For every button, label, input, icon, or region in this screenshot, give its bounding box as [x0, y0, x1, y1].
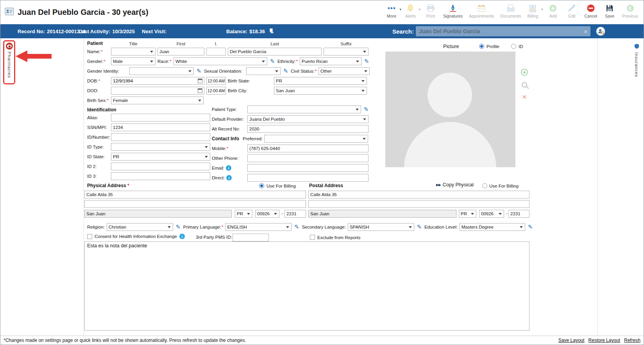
gender-identity-select[interactable]	[129, 67, 194, 75]
statement-icon[interactable]	[268, 28, 275, 35]
ssn-input[interactable]	[111, 123, 210, 131]
refresh-link[interactable]: Refresh	[624, 338, 640, 343]
copy-physical-button[interactable]: ▶▶ Copy Physical	[436, 182, 474, 188]
zoom-photo-icon[interactable]	[522, 82, 527, 88]
birth-sex-select[interactable]: Female	[111, 97, 204, 104]
save-layout-link[interactable]: Save Layout	[558, 338, 585, 343]
add-photo-icon[interactable]: +	[521, 69, 528, 76]
physical-city-input[interactable]	[84, 210, 232, 218]
first-name-input[interactable]	[157, 48, 204, 55]
postal-city-input[interactable]	[308, 210, 456, 218]
edit-race-icon[interactable]: ✎	[269, 58, 275, 65]
dod-time-input[interactable]	[206, 87, 226, 95]
secondary-language-select[interactable]: SPANISH	[348, 223, 414, 231]
id-type-select[interactable]	[111, 143, 210, 151]
last-name-input[interactable]	[228, 48, 322, 55]
race-select[interactable]: White	[174, 57, 267, 65]
edit-gender-identity-icon[interactable]: ✎	[196, 68, 202, 75]
education-level-select[interactable]: Masters Degree	[460, 223, 525, 231]
last-activity-value: 10/3/2025	[112, 29, 135, 34]
billing-button[interactable]: ▾ Billing	[526, 3, 542, 18]
edit-patient-type-icon[interactable]: ✎	[363, 106, 369, 113]
other-phone-input[interactable]	[247, 154, 369, 162]
bell-icon	[406, 3, 415, 14]
postal-address-line1-input[interactable]	[308, 191, 530, 198]
add-button[interactable]: Add	[545, 3, 561, 18]
default-provider-select[interactable]: Juana Del Pueblo	[247, 115, 369, 123]
direct-info-icon[interactable]	[226, 175, 232, 181]
physical-use-for-billing-radio[interactable]	[259, 183, 264, 188]
dob-input[interactable]: 12/9/1994	[111, 77, 204, 85]
physical-state-select[interactable]: PR	[235, 210, 252, 218]
id-number-input[interactable]	[111, 133, 210, 141]
physical-zip4-input[interactable]	[284, 210, 306, 218]
edit-religion-icon[interactable]: ✎	[175, 223, 181, 231]
more-button[interactable]: ▾ More	[385, 3, 401, 18]
calendar-icon[interactable]	[198, 88, 202, 93]
calendar-icon[interactable]	[198, 79, 202, 83]
middle-initial-input[interactable]	[206, 48, 226, 55]
alerts-button[interactable]: ▾ Alerts	[404, 3, 420, 18]
suffix-select[interactable]	[324, 48, 369, 55]
physical-address-line1-input[interactable]	[84, 191, 306, 198]
restore-layout-link[interactable]: Restore Layout	[589, 338, 620, 343]
pms-id-input[interactable]	[233, 234, 269, 241]
mobile-input[interactable]	[247, 145, 369, 152]
email-input[interactable]	[247, 164, 369, 172]
previous-button[interactable]: Previous	[621, 3, 640, 18]
delete-photo-icon[interactable]: ✕	[522, 94, 527, 100]
picture-id-radio[interactable]	[511, 44, 516, 49]
appointments-button[interactable]: Appointments	[467, 3, 496, 18]
primary-language-select[interactable]: ENGLISH	[225, 223, 292, 231]
postal-address-line2-input[interactable]	[308, 200, 530, 208]
id-state-select[interactable]: PR	[111, 153, 210, 161]
birth-state-select[interactable]: PR	[274, 77, 367, 85]
consent-info-icon[interactable]	[179, 234, 185, 239]
preferred-select[interactable]	[264, 135, 368, 143]
alt-record-input[interactable]	[247, 125, 369, 133]
print-button[interactable]: Print	[423, 3, 438, 18]
exclude-reports-checkbox[interactable]	[310, 235, 315, 240]
postal-state-select[interactable]: PR	[459, 210, 476, 218]
consent-checkbox[interactable]	[87, 234, 92, 239]
dod-input[interactable]	[111, 87, 204, 95]
search-input[interactable]: Juan Del Pueblo Garcia ×	[416, 26, 590, 36]
clear-search-icon[interactable]: ×	[584, 29, 587, 34]
postal-use-for-billing-radio[interactable]	[482, 183, 487, 188]
patient-notes-textarea[interactable]: Esta es la nota del paciente	[84, 241, 530, 331]
physical-address-line2-input[interactable]	[84, 200, 306, 208]
religion-select[interactable]: Christian	[107, 223, 173, 231]
edit-button[interactable]: Edit	[564, 3, 580, 18]
cancel-button[interactable]: Cancel	[583, 3, 599, 18]
direct-input[interactable]	[247, 174, 369, 182]
civil-status-select[interactable]: Other	[318, 67, 370, 75]
postal-zip-select[interactable]: 00926	[479, 210, 504, 218]
patient-type-select[interactable]	[247, 105, 361, 113]
picture-profile-label: Profile	[487, 44, 499, 49]
gender-select[interactable]: Male	[111, 57, 156, 65]
signatures-button[interactable]: Signatures	[442, 3, 464, 18]
eye-icon[interactable]	[6, 43, 13, 50]
id2-input[interactable]	[111, 163, 210, 170]
dob-time-input[interactable]	[206, 77, 226, 85]
pharmacies-tab[interactable]: Pharmacies	[5, 43, 14, 78]
edit-ethnicity-icon[interactable]: ✎	[363, 58, 370, 65]
email-info-icon[interactable]	[226, 165, 231, 171]
documents-button[interactable]: Documents	[499, 3, 522, 18]
birth-city-select[interactable]: San Juan	[274, 87, 367, 95]
picture-profile-radio[interactable]	[479, 44, 484, 49]
edit-primary-language-icon[interactable]: ✎	[293, 223, 300, 231]
insurances-tab[interactable]: Insurances	[632, 43, 641, 77]
postal-zip4-input[interactable]	[508, 210, 530, 218]
alias-input[interactable]	[111, 114, 210, 122]
save-button[interactable]: Save	[602, 3, 617, 18]
name-title-select[interactable]	[111, 48, 156, 55]
edit-education-level-icon[interactable]: ✎	[527, 223, 533, 231]
physical-zip-select[interactable]: 00926	[255, 210, 279, 218]
edit-secondary-language-icon[interactable]: ✎	[416, 223, 422, 231]
edit-sexual-orientation-icon[interactable]: ✎	[283, 68, 289, 75]
patient-search-icon[interactable]	[596, 27, 605, 38]
id3-input[interactable]	[111, 172, 210, 180]
sexual-orientation-select[interactable]	[246, 67, 281, 75]
ethnicity-select[interactable]: Puerto Rican	[300, 57, 361, 65]
